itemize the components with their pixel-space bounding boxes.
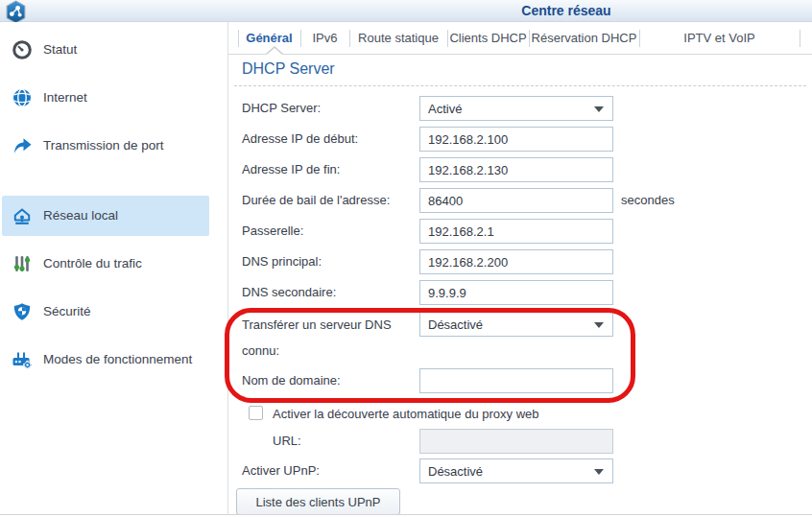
sidebar-item-statut[interactable]: Statut: [2, 30, 209, 70]
section-title: DHCP Server: [242, 60, 335, 78]
start-ip-input[interactable]: [419, 127, 613, 152]
gauge-icon: [12, 39, 33, 60]
upnp-label: Activer UPnP:: [242, 458, 417, 483]
lease-time-input[interactable]: [419, 188, 613, 213]
url-input: [419, 429, 613, 454]
section-divider: [234, 85, 806, 86]
network-center-window: Centre réseau Statut Internet: [0, 0, 812, 517]
start-ip-label: Adresse IP de début:: [242, 127, 417, 152]
tab-bar-spacer: [800, 22, 812, 54]
secondary-dns-input[interactable]: [419, 280, 613, 305]
proxy-discovery-label: Activer la découverte automatique du pro…: [273, 405, 539, 423]
forward-arrow-icon: [12, 135, 33, 156]
sidebar-item-controle-du-trafic[interactable]: Contrôle du trafic: [2, 244, 209, 284]
proxy-discovery-checkbox[interactable]: [249, 406, 263, 420]
dhcp-server-value: Activé: [428, 102, 462, 116]
dns-forward-value: Désactivé: [428, 317, 483, 332]
sidebar-item-internet[interactable]: Internet: [2, 78, 209, 118]
sidebar-item-label: Sécurité: [43, 302, 206, 321]
end-ip-input[interactable]: [419, 157, 613, 182]
network-center-app-icon: [4, 0, 28, 24]
gateway-input[interactable]: [419, 219, 613, 244]
tab-iptv-voip[interactable]: IPTV et VoIP: [639, 22, 800, 54]
sidebar-divider: [227, 22, 228, 514]
gateway-label: Passerelle:: [242, 219, 417, 244]
sidebar-item-label: Modes de fonctionnement: [43, 350, 206, 369]
router-gear-icon: [12, 349, 33, 370]
tab-bar: Général IPv6 Route statique Clients DHCP…: [228, 22, 812, 55]
lan-home-icon: [12, 205, 33, 226]
sidebar-item-label: Contrôle du trafic: [43, 254, 206, 273]
dhcp-server-label: DHCP Server:: [242, 96, 417, 121]
sidebar-item-label: Internet: [43, 88, 206, 107]
secondary-dns-label: DNS secondaire:: [242, 280, 417, 305]
upnp-value: Désactivé: [428, 464, 483, 479]
window-title: Centre réseau: [432, 3, 701, 18]
tab-ipv6[interactable]: IPv6: [300, 22, 349, 54]
domain-name-label: Nom de domaine:: [242, 368, 417, 393]
sidebar-item-modes-de-fonctionnement[interactable]: Modes de fonctionnement: [2, 335, 209, 385]
tab-reservation-dhcp[interactable]: Réservation DHCP: [529, 22, 639, 54]
end-ip-label: Adresse IP de fin:: [242, 157, 417, 182]
dns-forward-select[interactable]: Désactivé: [419, 312, 613, 337]
lease-time-unit: secondes: [621, 188, 675, 213]
upnp-clients-button[interactable]: Liste des clients UPnP: [236, 488, 400, 515]
sidebar-item-securite[interactable]: Sécurité: [2, 292, 209, 332]
tab-route-statique[interactable]: Route statique: [349, 22, 447, 54]
active-tab-pointer-fill: [267, 48, 282, 55]
upnp-select[interactable]: Désactivé: [419, 458, 613, 483]
chevron-down-icon: [594, 469, 604, 475]
sidebar-item-transmission-de-port[interactable]: Transmission de port: [2, 126, 209, 166]
dhcp-server-select[interactable]: Activé: [419, 96, 613, 121]
globe-icon: [12, 87, 33, 108]
tab-clients-dhcp[interactable]: Clients DHCP: [447, 22, 529, 54]
primary-dns-input[interactable]: [419, 249, 613, 274]
window-header: Centre réseau: [0, 0, 812, 22]
dns-forward-label: Transférer un serveur DNS connu:: [242, 312, 417, 364]
sidebar-item-label: Transmission de port: [43, 136, 206, 155]
window-bottom-edge: [0, 514, 812, 515]
chevron-down-icon: [594, 322, 604, 328]
sidebar-item-label: Statut: [43, 40, 206, 59]
chevron-down-icon: [594, 106, 604, 112]
domain-name-input[interactable]: [419, 368, 613, 393]
sidebar: Statut Internet Transmission de port: [0, 22, 227, 514]
primary-dns-label: DNS principal:: [242, 249, 417, 274]
sidebar-item-reseau-local[interactable]: Réseau local: [2, 196, 209, 236]
shield-icon: [12, 301, 33, 322]
sidebar-item-label: Réseau local: [43, 206, 206, 225]
lease-time-label: Durée de bail de l'adresse:: [242, 188, 417, 213]
sliders-icon: [12, 253, 33, 274]
